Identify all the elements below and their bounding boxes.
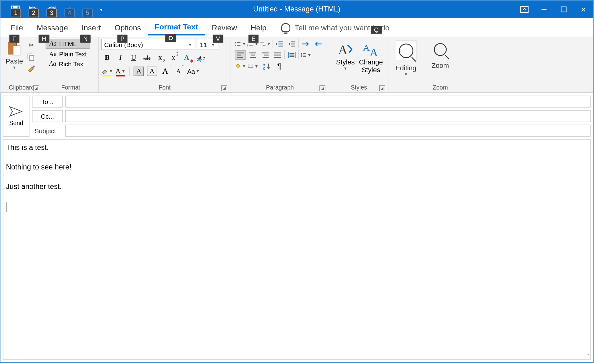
align-left-button[interactable] [235, 50, 246, 60]
svg-rect-2 [521, 7, 528, 12]
qat-redo-button[interactable]: 3 [44, 2, 59, 16]
cut-button[interactable]: ✂ [26, 41, 36, 50]
dialog-launcher[interactable]: ◢ [221, 86, 227, 91]
change-styles-button[interactable]: AA Change Styles [359, 41, 383, 83]
superscript-button[interactable]: x2 [167, 52, 179, 64]
to-button[interactable]: To... [32, 96, 63, 108]
minimize-icon: ─ [542, 6, 547, 13]
find-button[interactable] [396, 41, 416, 61]
highlight-button[interactable]: ▼ [101, 65, 113, 77]
text-cursor [6, 202, 6, 212]
qat-customize-button[interactable]: ▼ [98, 2, 105, 16]
tell-me-search[interactable]: Tell me what you want to do Q [281, 23, 390, 32]
cc-input[interactable] [65, 110, 591, 122]
multilevel-list-button[interactable]: ▼ [260, 39, 271, 49]
tab-help[interactable]: HelpE [244, 21, 273, 35]
change-case-button[interactable]: Aa▼ [186, 65, 201, 77]
char-shading-button[interactable]: A [133, 65, 145, 77]
svg-rect-39 [262, 57, 268, 58]
close-button[interactable]: ✕ [574, 0, 593, 18]
underline-button[interactable]: U [128, 52, 140, 64]
align-right-button[interactable] [260, 50, 271, 60]
styles-button[interactable]: A Styles ▼ [336, 41, 355, 83]
magnify-icon [434, 43, 447, 56]
paste-button[interactable]: Paste ▼ [3, 38, 26, 83]
tab-label: Help [251, 23, 267, 32]
strikethrough-button[interactable]: ab [141, 52, 153, 64]
font-name-combo[interactable]: Calibri (Body)▼ [101, 39, 195, 50]
format-plain-button[interactable]: AaPlain Text [46, 50, 90, 59]
window-title: Untitled - Message (HTML) [253, 5, 340, 14]
chevron-down-icon: ▼ [307, 53, 311, 57]
tab-format-text[interactable]: Format TextO [148, 20, 205, 36]
to-input[interactable] [65, 96, 591, 108]
zoom-button[interactable] [434, 41, 447, 56]
cc-button[interactable]: Cc... [32, 110, 63, 122]
maximize-button[interactable] [554, 0, 573, 18]
distributed-button[interactable] [286, 50, 297, 60]
bold-button[interactable]: B [101, 52, 113, 64]
format-plain-label: Plain Text [59, 50, 87, 58]
show-marks-button[interactable]: ¶ [274, 61, 285, 71]
shrink-font-button[interactable]: Aˇ [173, 65, 185, 77]
svg-rect-46 [289, 55, 294, 55]
qat-undo-button[interactable]: 2 [26, 2, 41, 16]
qat-next-button[interactable]: ↓ 5 [80, 2, 95, 16]
rtl-button[interactable] [313, 39, 324, 49]
format-rich-button[interactable]: AaRich Text [46, 59, 90, 68]
ribbon-display-options-button[interactable] [514, 0, 534, 18]
font-color-button[interactable]: A▼ [114, 65, 126, 77]
tab-insert[interactable]: InsertN [75, 21, 108, 35]
decrease-indent-button[interactable] [274, 39, 285, 49]
italic-button[interactable]: I [114, 52, 126, 64]
scissors-icon: ✂ [29, 42, 34, 49]
subject-label: Subject [32, 127, 63, 134]
chevron-down-icon: ▼ [109, 69, 113, 73]
subject-input[interactable] [65, 125, 591, 137]
bullets-button[interactable]: ▼ [235, 39, 246, 49]
clear-formatting-button[interactable]: abcA [194, 52, 209, 64]
group-label-text: Font [159, 84, 171, 91]
collapse-ribbon-button[interactable]: ˆ [587, 353, 589, 361]
tab-file[interactable]: FileF [4, 21, 30, 35]
ltr-button[interactable] [300, 39, 311, 49]
line-spacing-button[interactable]: ▼ [300, 50, 311, 60]
increase-indent-button[interactable] [286, 39, 297, 49]
borders-button[interactable]: ▼ [247, 61, 258, 71]
keytip: Q [371, 26, 382, 34]
shading-button[interactable]: ▼ [235, 61, 246, 71]
sort-button[interactable]: AZ [261, 61, 272, 71]
message-body-editor[interactable]: This is a test. Nothing to see here! Jus… [3, 139, 591, 360]
minimize-button[interactable]: ─ [534, 0, 554, 18]
qat-save-button[interactable]: 1 [8, 2, 23, 16]
qat-prev-button[interactable]: ↑ 4 [62, 2, 77, 16]
dialog-launcher[interactable]: ◢ [379, 86, 385, 91]
keytip: O [165, 34, 176, 42]
tab-review[interactable]: ReviewV [205, 21, 244, 35]
format-painter-button[interactable] [26, 64, 36, 74]
align-center-button[interactable] [247, 50, 258, 60]
format-html-label: HTML [59, 40, 77, 47]
svg-rect-30 [291, 46, 295, 46]
grow-font-button[interactable]: Aˆ [159, 65, 171, 77]
svg-rect-45 [289, 53, 294, 54]
svg-rect-22 [260, 42, 264, 42]
subscript-button[interactable]: x2 [154, 52, 166, 64]
text-effects-button[interactable]: A◆ [181, 52, 193, 64]
svg-text:A: A [370, 46, 378, 59]
dialog-launcher[interactable]: ◢ [33, 86, 39, 91]
tab-message[interactable]: MessageH [30, 21, 75, 35]
svg-rect-6 [13, 46, 20, 55]
dialog-launcher[interactable]: ◢ [320, 86, 325, 91]
justify-button[interactable] [272, 50, 283, 60]
quick-access-toolbar: 1 2 3 ↑ 4 ↓ 5 ▼ [0, 2, 104, 16]
send-button[interactable]: Send [3, 96, 29, 137]
chevron-down-icon: ▼ [404, 72, 408, 77]
char-border-button[interactable]: A [146, 65, 158, 77]
tab-options[interactable]: OptionsP [108, 21, 148, 35]
group-styles: A Styles ▼ AA Change Styles Styles◢ [329, 37, 389, 92]
copy-button[interactable] [26, 52, 36, 62]
maximize-icon [561, 7, 566, 12]
svg-rect-33 [237, 57, 243, 58]
body-line: This is a test. [6, 143, 588, 152]
